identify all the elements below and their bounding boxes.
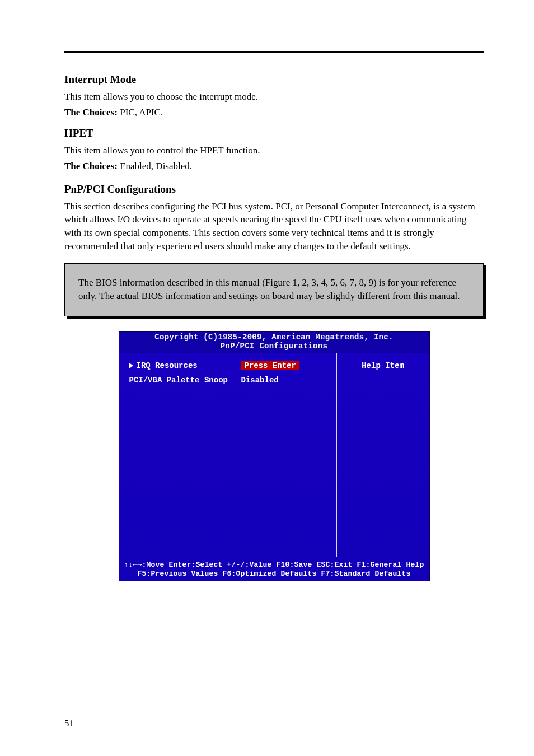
bios-footer: ↑↓←→:Move Enter:Select +/-/:Value F10:Sa… [119, 557, 429, 584]
section-body: This section describes configuring the P… [64, 200, 484, 253]
section-body: This item allows you to control the HPET… [64, 144, 484, 157]
section-body: This item allows you to choose the inter… [64, 90, 484, 104]
bios-row-value: Press Enter [241, 361, 299, 370]
choices-values: PIC, APIC. [120, 107, 163, 118]
page-container: Interrupt Mode This item allows you to c… [0, 0, 534, 756]
footer-rule [64, 713, 484, 713]
bios-body: IRQ Resources Press Enter PCI/VGA Palett… [119, 353, 429, 557]
bios-screen: Copyright (C)1985-2009, American Megatre… [119, 331, 430, 581]
page-number: 51 [64, 718, 74, 729]
bios-header-line2: PnP/PCI Configurations [119, 342, 429, 351]
choices-label: The Choices: [64, 107, 118, 118]
note-text: The BIOS information described in this m… [78, 276, 470, 304]
bios-left-pane: IRQ Resources Press Enter PCI/VGA Palett… [119, 353, 336, 557]
bios-label-text: IRQ Resources [137, 361, 198, 370]
section-title: PnP/PCI Configurations [64, 183, 484, 195]
bios-footer-line2: F5:Previous Values F6:Optimized Defaults… [124, 570, 425, 578]
choices-values: Enabled, Disabled. [120, 161, 192, 171]
section-title: HPET [64, 127, 484, 139]
section-hpet: HPET This item allows you to control the… [64, 127, 484, 172]
header-rule [64, 51, 484, 53]
bios-row-palette[interactable]: PCI/VGA Palette Snoop Disabled [129, 376, 331, 385]
bios-row-irq[interactable]: IRQ Resources Press Enter [129, 361, 331, 370]
bios-row-value: Disabled [241, 376, 279, 385]
bios-footer-line1: ↑↓←→:Move Enter:Select +/-/:Value F10:Sa… [124, 561, 425, 570]
bios-help-pane: Help Item [336, 353, 429, 557]
section-choices: The Choices: PIC, APIC. [64, 107, 484, 118]
section-title: Interrupt Mode [64, 73, 484, 86]
bios-help-title: Help Item [337, 361, 429, 370]
note-box: The BIOS information described in this m… [64, 263, 484, 316]
bios-label-text: PCI/VGA Palette Snoop [129, 376, 228, 385]
section-pnp-pci: PnP/PCI Configurations This section desc… [64, 183, 484, 253]
bios-header-line1: Copyright (C)1985-2009, American Megatre… [119, 333, 429, 342]
bios-screenshot: Copyright (C)1985-2009, American Megatre… [64, 331, 484, 581]
choices-label: The Choices: [64, 161, 118, 171]
triangle-right-icon [129, 363, 133, 368]
bios-header: Copyright (C)1985-2009, American Megatre… [119, 332, 429, 353]
section-choices: The Choices: Enabled, Disabled. [64, 161, 484, 172]
bios-row-label: PCI/VGA Palette Snoop [129, 376, 241, 385]
bios-row-label: IRQ Resources [129, 361, 241, 370]
section-interrupt-mode: Interrupt Mode This item allows you to c… [64, 73, 484, 118]
